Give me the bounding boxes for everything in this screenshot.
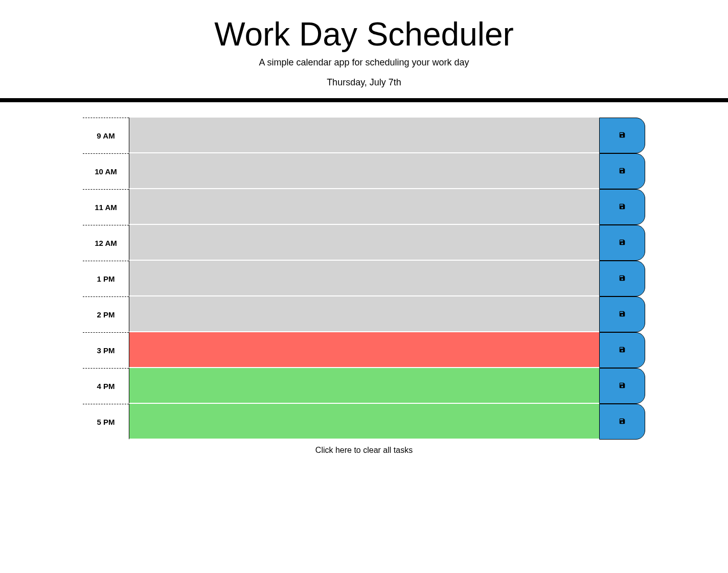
current-date: Thursday, July 7th xyxy=(0,77,728,88)
page-header: Work Day Scheduler A simple calendar app… xyxy=(0,0,728,102)
task-input[interactable] xyxy=(129,368,599,404)
time-block-row: 4 PM xyxy=(83,368,645,404)
time-block-row: 2 PM xyxy=(83,296,645,332)
page-subtitle: A simple calendar app for scheduling you… xyxy=(0,57,728,68)
save-button[interactable] xyxy=(599,261,645,296)
task-input[interactable] xyxy=(129,296,599,332)
save-icon xyxy=(619,382,626,391)
time-block-row: 9 AM xyxy=(83,118,645,153)
save-icon xyxy=(619,310,626,319)
time-block-row: 5 PM xyxy=(83,404,645,440)
hour-label: 12 AM xyxy=(83,225,129,261)
hour-label: 9 AM xyxy=(83,118,129,153)
schedule-container: 9 AM10 AM11 AM12 AM1 PM2 PM3 PM4 PM5 PM … xyxy=(83,102,645,455)
hour-label: 5 PM xyxy=(83,404,129,440)
save-button[interactable] xyxy=(599,225,645,261)
time-block-row: 10 AM xyxy=(83,153,645,189)
task-input[interactable] xyxy=(129,118,599,153)
task-input[interactable] xyxy=(129,225,599,261)
task-input[interactable] xyxy=(129,404,599,440)
save-icon xyxy=(619,274,626,283)
save-button[interactable] xyxy=(599,404,645,440)
time-block-row: 1 PM xyxy=(83,261,645,296)
page-title: Work Day Scheduler xyxy=(0,15,728,53)
save-button[interactable] xyxy=(599,368,645,404)
save-icon xyxy=(619,239,626,247)
save-button[interactable] xyxy=(599,118,645,153)
hour-label: 2 PM xyxy=(83,296,129,332)
save-icon xyxy=(619,131,626,140)
save-button[interactable] xyxy=(599,153,645,189)
time-block-row: 12 AM xyxy=(83,225,645,261)
hour-label: 10 AM xyxy=(83,153,129,189)
clear-all-button[interactable]: Click here to clear all tasks xyxy=(315,446,413,455)
save-button[interactable] xyxy=(599,189,645,225)
save-button[interactable] xyxy=(599,296,645,332)
time-block-row: 11 AM xyxy=(83,189,645,225)
task-input[interactable] xyxy=(129,189,599,225)
save-icon xyxy=(619,167,626,176)
hour-label: 3 PM xyxy=(83,332,129,368)
hour-label: 1 PM xyxy=(83,261,129,296)
task-input[interactable] xyxy=(129,261,599,296)
task-input[interactable] xyxy=(129,153,599,189)
time-block-row: 3 PM xyxy=(83,332,645,368)
task-input[interactable] xyxy=(129,332,599,368)
save-icon xyxy=(619,203,626,212)
hour-label: 11 AM xyxy=(83,189,129,225)
save-icon xyxy=(619,346,626,355)
hour-label: 4 PM xyxy=(83,368,129,404)
save-button[interactable] xyxy=(599,332,645,368)
save-icon xyxy=(619,418,626,426)
